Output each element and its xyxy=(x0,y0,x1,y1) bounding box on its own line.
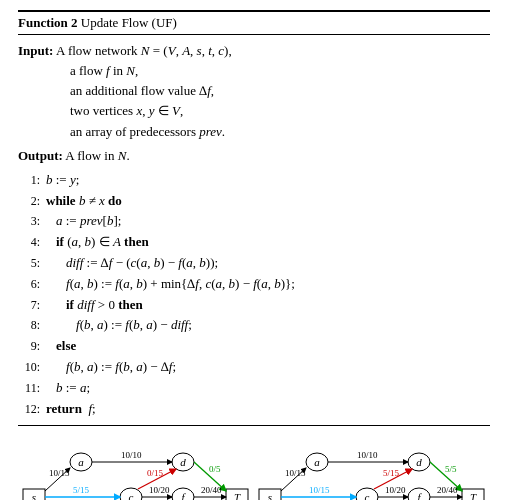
right-graph: s a b c e d f T 10/15 10/15 5/5 10/10 5/… xyxy=(257,434,487,500)
algo-line-1: 1: b := y; xyxy=(18,170,490,191)
svg-text:a: a xyxy=(314,456,320,468)
input-label: Input: xyxy=(18,43,53,58)
svg-text:5/15: 5/15 xyxy=(73,485,90,495)
algorithm-lines: 1: b := y; 2: while b ≠ x do 3: a := pre… xyxy=(18,170,490,420)
algo-line-11: 11: b := a; xyxy=(18,378,490,399)
output-line: A flow in N. xyxy=(65,148,129,163)
function-number: Function 2 xyxy=(18,15,78,30)
input-line-5: an array of predecessors prev. xyxy=(70,124,225,139)
algo-line-4: 4: if (a, b) ∈ A then xyxy=(18,232,490,253)
output-block: Output: A flow in N. xyxy=(18,146,490,166)
algo-line-10: 10: f(b, a) := f(b, a) − ∆f; xyxy=(18,357,490,378)
svg-text:a: a xyxy=(78,456,84,468)
algo-line-2: 2: while b ≠ x do xyxy=(18,191,490,212)
input-line-3: an additional flow value ∆f, xyxy=(70,83,214,98)
svg-text:10/15: 10/15 xyxy=(285,468,306,478)
input-line-1: A flow network N = (V, A, s, t, c), xyxy=(56,43,232,58)
svg-text:10/10: 10/10 xyxy=(357,450,378,460)
algo-line-8: 8: f(b, a) := f(b, a) − diff; xyxy=(18,315,490,336)
svg-text:5/15: 5/15 xyxy=(383,468,400,478)
svg-text:20/40: 20/40 xyxy=(437,485,458,495)
input-block: Input: A flow network N = (V, A, s, t, c… xyxy=(18,41,490,142)
svg-text:T: T xyxy=(470,491,477,500)
svg-text:s: s xyxy=(268,491,272,500)
graphs-container: s a b c e d f T 10/15 5/15 5/5 10/10 xyxy=(18,434,490,500)
svg-text:0/15: 0/15 xyxy=(147,468,164,478)
algo-line-9: 9: else xyxy=(18,336,490,357)
algo-line-7: 7: if diff > 0 then xyxy=(18,295,490,316)
svg-text:20/40: 20/40 xyxy=(201,485,222,495)
svg-text:c: c xyxy=(129,491,134,500)
svg-text:c: c xyxy=(365,491,370,500)
svg-text:10/15: 10/15 xyxy=(309,485,330,495)
left-graph: s a b c e d f T 10/15 5/15 5/5 10/10 xyxy=(21,434,251,500)
svg-text:d: d xyxy=(416,456,422,468)
svg-text:10/15: 10/15 xyxy=(49,468,70,478)
algo-line-6: 6: f(a, b) := f(a, b) + min{∆f, c(a, b) … xyxy=(18,274,490,295)
svg-text:s: s xyxy=(32,491,36,500)
function-title: Update Flow (UF) xyxy=(81,15,177,30)
output-label: Output: xyxy=(18,148,63,163)
svg-text:T: T xyxy=(234,491,241,500)
svg-text:10/20: 10/20 xyxy=(149,485,170,495)
algo-line-12: 12: return f; xyxy=(18,399,490,420)
svg-text:10/10: 10/10 xyxy=(121,450,142,460)
algo-line-5: 5: diff := ∆f − (c(a, b) − f(a, b)); xyxy=(18,253,490,274)
svg-text:5/5: 5/5 xyxy=(445,464,457,474)
input-line-4: two vertices x, y ∈ V, xyxy=(70,103,183,118)
algo-line-3: 3: a := prev[b]; xyxy=(18,211,490,232)
bottom-divider xyxy=(18,425,490,426)
svg-text:10/20: 10/20 xyxy=(385,485,406,495)
svg-text:0/5: 0/5 xyxy=(209,464,221,474)
svg-text:d: d xyxy=(180,456,186,468)
input-line-2: a flow f in N, xyxy=(70,63,138,78)
function-header: Function 2 Update Flow (UF) xyxy=(18,10,490,35)
